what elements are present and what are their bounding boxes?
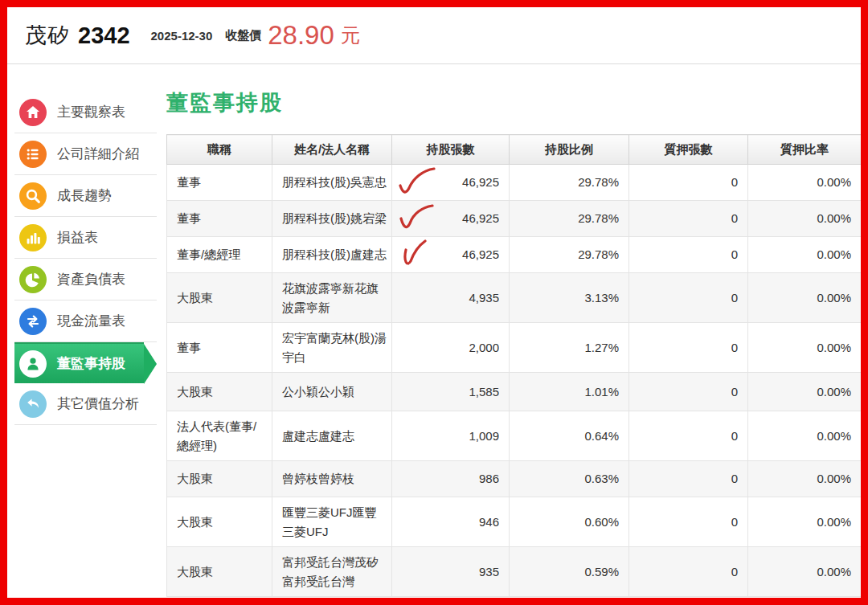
sidebar-item-income-statement[interactable]: 損益表 <box>14 217 157 259</box>
sidebar-item-other-value-analysis[interactable]: 其它價值分析 <box>14 383 157 425</box>
cell-name: 宏宇富蘭克林(股)湯宇白 <box>272 323 392 373</box>
cell-ratio: 1.27% <box>510 323 629 373</box>
closing-price-unit: 元 <box>341 22 360 48</box>
cell-shares: 46,925 <box>392 165 510 201</box>
cell-ratio: 29.78% <box>510 201 629 237</box>
cell-title: 大股東 <box>167 373 272 411</box>
sidebar-item-cash-flow[interactable]: 現金流量表 <box>14 300 157 342</box>
table-row: 法人代表(董事/總經理) 盧建志盧建志 1,009 0.64% 0 0.00% <box>167 411 862 461</box>
sidebar-item-label: 主要觀察表 <box>57 103 125 121</box>
cell-shares: 4,935 <box>392 273 510 323</box>
cell-name: 公小穎公小穎 <box>272 373 392 411</box>
cell-title: 大股東 <box>167 497 272 547</box>
table-row: 董事 宏宇富蘭克林(股)湯宇白 2,000 1.27% 0 0.00% <box>167 323 862 373</box>
cell-pledged: 0 <box>629 165 748 201</box>
cell-pledged: 0 <box>629 273 748 323</box>
cell-ratio: 0.59% <box>510 547 629 597</box>
cell-title: 大股東 <box>167 547 272 597</box>
cell-name: 花旗波露寧新花旗波露寧新 <box>272 273 392 323</box>
sidebar-item-main-watch[interactable]: 主要觀察表 <box>14 92 157 133</box>
search-icon <box>19 182 47 210</box>
cell-pledged: 0 <box>629 237 748 273</box>
home-icon <box>19 99 47 126</box>
col-header-title: 職稱 <box>167 135 272 165</box>
cell-name: 朋程科技(股)姚宕梁 <box>272 201 392 237</box>
cell-pledged: 0 <box>629 547 748 597</box>
page-title: 董監事持股 <box>166 88 862 117</box>
sidebar-item-directors-holdings[interactable]: 董監事持股 <box>14 342 144 383</box>
stock-name: 茂矽 <box>25 21 70 50</box>
col-header-name: 姓名/法人名稱 <box>272 135 392 165</box>
cell-name: 曾婷枝曾婷枝 <box>272 461 392 497</box>
cell-pledged: 0 <box>629 461 748 497</box>
table-row: 大股東 匯豐三菱UFJ匯豐三菱UFJ 946 0.60% 0 0.00% <box>167 497 862 547</box>
sidebar-item-balance-sheet[interactable]: 資產負債表 <box>14 259 157 300</box>
closing-price-label: 收盤價 <box>225 28 261 43</box>
person-icon <box>19 350 47 378</box>
table-header-row: 職稱 姓名/法人名稱 持股張數 持股比例 質押張數 質押比率 <box>167 135 862 165</box>
cell-shares: 2,000 <box>392 323 510 373</box>
cell-pledge-ratio: 0.00% <box>748 323 862 373</box>
cell-pledge-ratio: 0.00% <box>748 547 862 597</box>
cell-shares: 986 <box>392 461 510 497</box>
cell-name: 盧建志盧建志 <box>272 411 392 461</box>
table-row: 董事 朋程科技(股)吳憲忠 46,925 29.78% 0 0.00% <box>167 165 862 201</box>
sidebar-nav: 主要觀察表 公司詳細介紹 成長趨勢 <box>7 64 157 604</box>
cell-shares: 46,925 <box>392 201 510 237</box>
stock-code: 2342 <box>78 22 130 49</box>
red-checkmark-icon <box>395 166 437 198</box>
col-header-ratio: 持股比例 <box>510 135 629 165</box>
col-header-pledged: 質押張數 <box>629 135 748 165</box>
table-row: 大股東 公小穎公小穎 1,585 1.01% 0 0.00% <box>167 373 862 411</box>
cell-shares: 46,925 <box>392 237 510 273</box>
cell-pledge-ratio: 0.00% <box>748 237 862 273</box>
cell-shares: 1,585 <box>392 373 510 411</box>
sidebar-item-growth-trend[interactable]: 成長趨勢 <box>14 175 157 217</box>
cell-title: 大股東 <box>167 273 272 323</box>
cell-name: 朋程科技(股)盧建志 <box>272 237 392 273</box>
red-checkmark-icon <box>395 202 437 235</box>
table-row: 大股東 富邦受託台灣茂矽富邦受託台灣 935 0.59% 0 0.00% <box>167 547 862 597</box>
cell-pledged: 0 <box>629 497 748 547</box>
col-header-pledge-ratio: 質押比率 <box>748 135 862 165</box>
cell-title: 大股東 <box>167 461 272 497</box>
swap-arrows-icon <box>19 308 47 335</box>
red-checkmark-icon <box>395 239 437 271</box>
cell-pledged: 0 <box>629 373 748 411</box>
reply-arrow-icon <box>19 390 47 418</box>
cell-ratio: 1.01% <box>510 373 629 411</box>
sidebar-item-label: 資產負債表 <box>57 270 125 288</box>
sidebar-item-company-profile[interactable]: 公司詳細介紹 <box>14 133 157 175</box>
cell-title: 董事 <box>167 201 272 237</box>
pie-chart-icon <box>19 266 47 293</box>
main-panel: 董監事持股 職稱 姓名/法人名稱 持股張數 持股比例 質押張數 質押比率 董事 <box>157 64 862 604</box>
sidebar-item-label: 損益表 <box>57 228 98 247</box>
cell-name: 朋程科技(股)吳憲忠 <box>272 165 392 201</box>
cell-pledged: 0 <box>629 201 748 237</box>
cell-pledged: 0 <box>629 323 748 373</box>
cell-shares: 935 <box>392 547 510 597</box>
cell-ratio: 3.13% <box>510 273 629 323</box>
sidebar-item-label: 現金流量表 <box>57 312 125 330</box>
cell-ratio: 29.78% <box>510 237 629 273</box>
cell-pledge-ratio: 0.00% <box>748 201 862 237</box>
cell-title: 董事 <box>167 165 272 201</box>
cell-shares: 946 <box>392 497 510 547</box>
cell-ratio: 0.64% <box>510 411 629 461</box>
col-header-shares: 持股張數 <box>392 135 510 165</box>
cell-ratio: 0.63% <box>510 461 629 497</box>
cell-title: 董事 <box>167 323 272 373</box>
cell-name: 匯豐三菱UFJ匯豐三菱UFJ <box>272 497 392 547</box>
sidebar-item-label: 公司詳細介紹 <box>57 145 139 163</box>
table-row: 董事/總經理 朋程科技(股)盧建志 46,925 29.78% 0 0.00% <box>167 237 862 273</box>
table-row: 大股東 花旗波露寧新花旗波露寧新 4,935 3.13% 0 0.00% <box>167 273 862 323</box>
cell-pledge-ratio: 0.00% <box>748 497 862 547</box>
cell-ratio: 29.78% <box>510 165 629 201</box>
cell-pledge-ratio: 0.00% <box>748 273 862 323</box>
cell-ratio: 0.60% <box>510 497 629 547</box>
cell-title: 法人代表(董事/總經理) <box>167 411 272 461</box>
cell-pledge-ratio: 0.00% <box>748 373 862 411</box>
cell-pledge-ratio: 0.00% <box>748 461 862 497</box>
sidebar-item-label: 成長趨勢 <box>57 186 112 205</box>
table-row: 董事 朋程科技(股)姚宕梁 46,925 29.78% 0 0.00% <box>167 201 862 237</box>
